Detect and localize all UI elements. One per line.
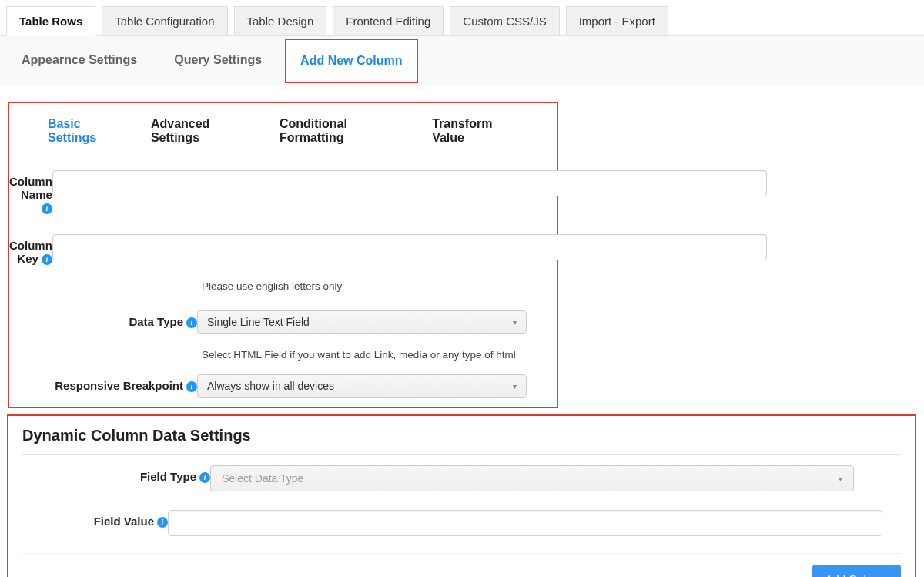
add-column-button[interactable]: Add Column: [812, 565, 901, 577]
inner-tab-basic[interactable]: Basic Settings: [48, 117, 131, 145]
dynamic-column-panel: Dynamic Column Data Settings Field Typei…: [7, 414, 916, 577]
subtab-add-new-column[interactable]: Add New Column: [285, 39, 417, 83]
label-field-type: Field Typei: [22, 465, 210, 483]
tab-import-export[interactable]: Import - Export: [566, 6, 668, 36]
basic-settings-panel: Basic Settings Advanced Settings Conditi…: [8, 102, 558, 408]
tab-table-design[interactable]: Table Design: [234, 6, 327, 36]
data-type-select[interactable]: Single Line Text Field ▾: [197, 310, 527, 334]
tab-table-configuration[interactable]: Table Configuration: [102, 6, 227, 36]
responsive-breakpoint-select[interactable]: Always show in all devices ▾: [197, 374, 527, 398]
info-icon[interactable]: i: [199, 472, 210, 483]
column-name-input[interactable]: [52, 170, 767, 196]
top-tab-bar: Table Rows Table Configuration Table Des…: [0, 0, 924, 36]
chevron-down-icon: ▾: [513, 382, 517, 391]
data-type-help: Select HTML Field if you want to add Lin…: [202, 349, 557, 361]
dynamic-section-title: Dynamic Column Data Settings: [22, 427, 901, 455]
chevron-down-icon: ▾: [839, 475, 842, 483]
inner-tab-transform[interactable]: Transform Value: [432, 117, 526, 145]
label-responsive-breakpoint: Responsive Breakpointi: [9, 374, 197, 392]
column-key-help: Please use english letters only: [202, 280, 557, 292]
tab-custom-css-js[interactable]: Custom CSS/JS: [450, 6, 559, 36]
chevron-down-icon: ▾: [513, 318, 517, 327]
info-icon[interactable]: i: [157, 517, 168, 528]
subtab-query-settings[interactable]: Query Settings: [160, 36, 276, 86]
info-icon[interactable]: i: [42, 203, 52, 214]
tab-table-rows[interactable]: Table Rows: [6, 6, 95, 36]
inner-tab-bar: Basic Settings Advanced Settings Conditi…: [18, 103, 547, 159]
column-key-input[interactable]: [52, 234, 767, 260]
info-icon[interactable]: i: [42, 254, 52, 265]
label-column-name: Column Namei: [9, 170, 52, 214]
field-type-select[interactable]: Select Data Type ▾: [210, 465, 854, 491]
info-icon[interactable]: i: [186, 317, 197, 328]
label-data-type: Data Typei: [9, 310, 197, 328]
inner-tab-conditional[interactable]: Conditional Formatting: [280, 117, 412, 145]
sub-tab-bar: Appearnce Settings Query Settings Add Ne…: [0, 36, 924, 86]
label-field-value: Field Valuei: [22, 510, 168, 528]
subtab-appearance-settings[interactable]: Appearnce Settings: [8, 36, 151, 86]
label-column-key: Column Keyi: [9, 234, 52, 265]
field-value-input[interactable]: [168, 510, 882, 536]
info-icon[interactable]: i: [186, 381, 197, 392]
inner-tab-advanced[interactable]: Advanced Settings: [151, 117, 259, 145]
tab-frontend-editing[interactable]: Frontend Editing: [333, 6, 444, 36]
